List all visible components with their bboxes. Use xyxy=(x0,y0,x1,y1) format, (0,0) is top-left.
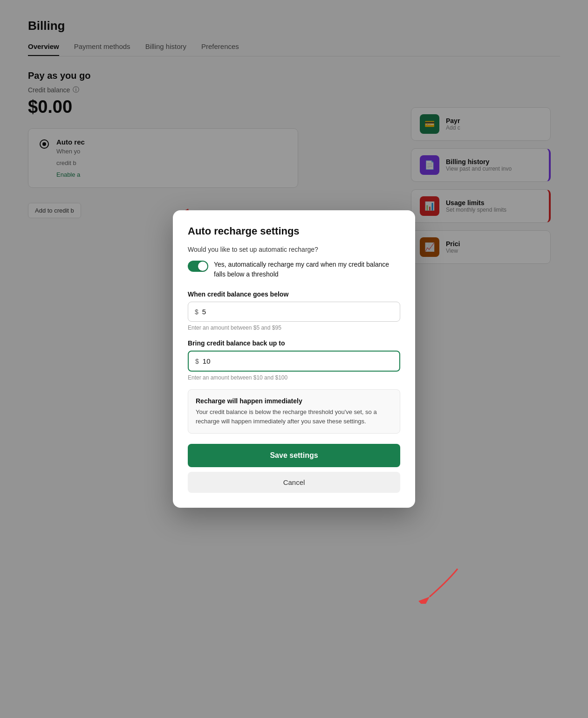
below-label: When credit balance goes below xyxy=(188,290,400,298)
modal-title: Auto recharge settings xyxy=(188,225,400,237)
below-dollar-sign: $ xyxy=(195,308,198,316)
refill-hint: Enter an amount between $10 and $100 xyxy=(188,374,400,381)
modal-overlay[interactable]: Auto recharge settings Would you like to… xyxy=(0,0,588,718)
below-hint: Enter an amount between $5 and $95 xyxy=(188,324,400,331)
toggle-label: Yes, automatically recharge my card when… xyxy=(214,260,400,279)
toggle-row: Yes, automatically recharge my card when… xyxy=(188,260,400,279)
auto-recharge-modal: Auto recharge settings Would you like to… xyxy=(173,210,415,508)
auto-recharge-toggle[interactable] xyxy=(188,261,208,272)
refill-dollar-sign: $ xyxy=(195,358,199,365)
below-input-wrapper[interactable]: $ xyxy=(188,302,400,322)
modal-question: Would you like to set up automatic recha… xyxy=(188,246,400,253)
toggle-thumb xyxy=(198,262,207,271)
notice-title: Recharge will happen immediately xyxy=(196,397,392,405)
recharge-notice: Recharge will happen immediately Your cr… xyxy=(188,389,400,434)
notice-desc: Your credit balance is below the recharg… xyxy=(196,407,392,426)
refill-input-wrapper[interactable]: $ xyxy=(188,351,400,372)
below-threshold-input[interactable] xyxy=(202,308,393,316)
refill-amount-input[interactable] xyxy=(203,357,393,365)
refill-label: Bring credit balance back up to xyxy=(188,339,400,347)
right-arrow-indicator xyxy=(416,566,462,604)
cancel-button[interactable]: Cancel xyxy=(188,472,400,493)
save-settings-button[interactable]: Save settings xyxy=(188,444,400,467)
